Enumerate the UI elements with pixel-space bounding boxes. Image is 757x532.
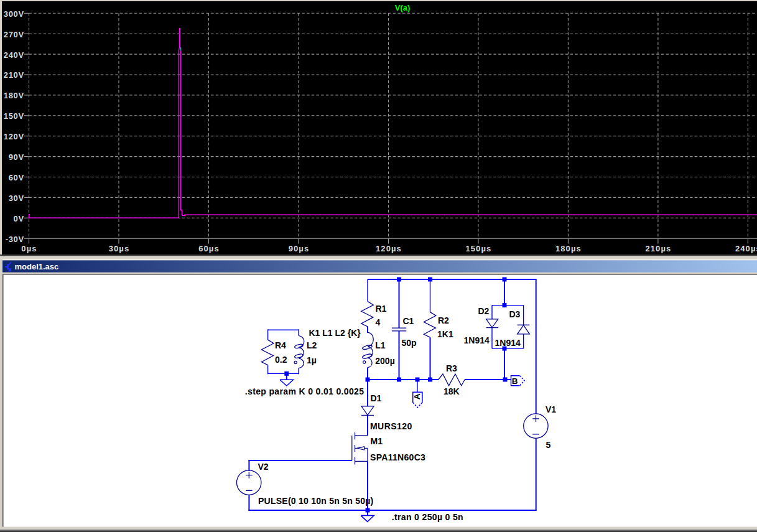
svg-text:1K1: 1K1: [437, 329, 453, 339]
svg-text:SPA11N60C3: SPA11N60C3: [370, 452, 425, 462]
svg-text:120V: 120V: [4, 132, 24, 141]
svg-text:D1: D1: [371, 393, 382, 403]
svg-text:MURS120: MURS120: [370, 421, 412, 431]
svg-text:270V: 270V: [4, 30, 24, 39]
svg-text:90V: 90V: [9, 152, 24, 162]
svg-text:240V: 240V: [4, 50, 24, 60]
svg-text:150V: 150V: [4, 111, 24, 121]
svg-text:B: B: [512, 376, 518, 386]
svg-text:.step param K 0 0.01 0.0025: .step param K 0 0.01 0.0025: [245, 386, 365, 396]
svg-text:180µs: 180µs: [555, 244, 582, 253]
svg-text:200µ: 200µ: [375, 356, 394, 366]
svg-text:L2: L2: [307, 340, 317, 350]
svg-text:R4: R4: [275, 340, 286, 350]
svg-text:.tran 0 250µ 0 5n: .tran 0 250µ 0 5n: [392, 512, 463, 522]
svg-text:5: 5: [546, 440, 551, 450]
svg-text:V1: V1: [546, 404, 556, 414]
svg-text:0.2: 0.2: [275, 355, 287, 365]
svg-text:120µs: 120µs: [376, 244, 402, 253]
svg-text:D2: D2: [478, 306, 490, 316]
svg-text:30V: 30V: [9, 194, 24, 203]
svg-text:180V: 180V: [4, 91, 24, 100]
svg-text:0µs: 0µs: [21, 244, 37, 253]
svg-text:R2: R2: [438, 315, 449, 325]
svg-text:30µs: 30µs: [109, 244, 130, 253]
svg-text:C1: C1: [403, 316, 414, 326]
svg-text:150µs: 150µs: [465, 244, 491, 253]
svg-text:V(a): V(a): [395, 3, 411, 12]
svg-text:A: A: [412, 393, 422, 399]
svg-text:90µs: 90µs: [289, 244, 310, 253]
svg-text:V2: V2: [258, 462, 269, 472]
svg-text:210µs: 210µs: [645, 244, 671, 253]
svg-text:60V: 60V: [9, 173, 24, 182]
svg-text:18K: 18K: [444, 386, 460, 396]
svg-text:300V: 300V: [4, 9, 24, 19]
svg-text:210V: 210V: [4, 70, 24, 80]
svg-text:1N914: 1N914: [464, 335, 490, 345]
svg-text:M1: M1: [371, 436, 383, 446]
svg-text:240µs: 240µs: [735, 244, 757, 253]
svg-text:PULSE(0 10 10n 5n 5n 50µ): PULSE(0 10 10n 5n 5n 50µ): [258, 496, 374, 506]
svg-text:D3: D3: [509, 309, 521, 319]
svg-text:R1: R1: [376, 304, 387, 314]
svg-text:1N914: 1N914: [495, 338, 521, 348]
svg-text:R3: R3: [446, 363, 457, 373]
svg-text:50p: 50p: [402, 338, 417, 348]
svg-text:model1.asc: model1.asc: [15, 262, 59, 271]
svg-text:0V: 0V: [14, 214, 24, 223]
svg-text:K1 L1 L2 {K}: K1 L1 L2 {K}: [309, 328, 361, 338]
svg-text:4: 4: [376, 317, 381, 327]
svg-text:-30V: -30V: [6, 235, 24, 244]
svg-text:L1: L1: [375, 340, 386, 350]
svg-text:1µ: 1µ: [307, 355, 317, 365]
svg-text:60µs: 60µs: [198, 244, 220, 253]
